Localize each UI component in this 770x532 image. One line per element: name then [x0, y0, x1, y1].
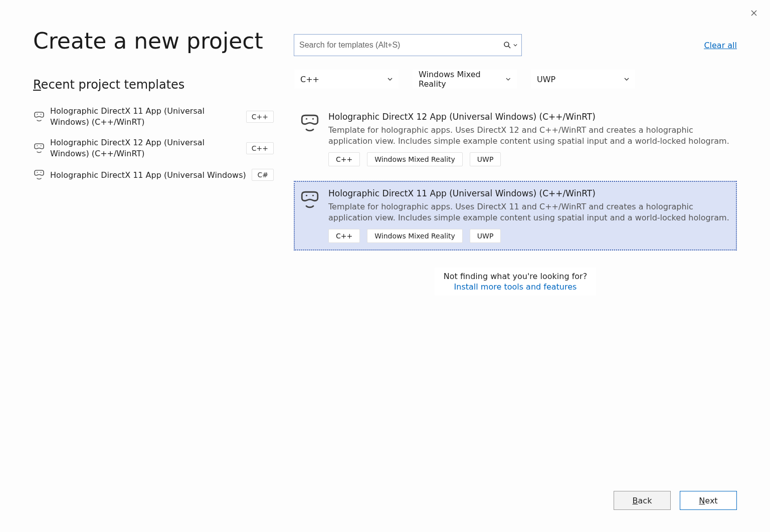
recent-item[interactable]: Holographic DirectX 12 App (Universal Wi… [33, 137, 274, 159]
recent-item-label: Holographic DirectX 11 App (Universal Wi… [50, 170, 247, 181]
recent-item[interactable]: Holographic DirectX 11 App (Universal Wi… [33, 106, 274, 127]
clear-all-link[interactable]: Clear all [704, 41, 737, 50]
close-icon [750, 10, 757, 17]
template-tag: C++ [328, 229, 360, 243]
template-tags: C++Windows Mixed RealityUWP [328, 152, 730, 166]
filter-platform[interactable]: Windows Mixed Reality [412, 69, 517, 89]
recent-list: Holographic DirectX 11 App (Universal Wi… [33, 106, 274, 181]
recent-item-label: Holographic DirectX 12 App (Universal Wi… [50, 137, 241, 159]
recent-item[interactable]: Holographic DirectX 11 App (Universal Wi… [33, 169, 274, 181]
recent-item-lang: C++ [246, 142, 274, 154]
close-button[interactable] [748, 7, 760, 19]
recent-item-lang: C++ [246, 111, 274, 123]
template-list: Holographic DirectX 12 App (Universal Wi… [294, 104, 737, 250]
template-description: Template for holographic apps. Uses Dire… [328, 125, 730, 146]
chevron-down-icon [506, 77, 511, 82]
chevron-down-icon [388, 77, 393, 82]
filter-platform-value: Windows Mixed Reality [419, 70, 506, 89]
template-title: Holographic DirectX 11 App (Universal Wi… [328, 188, 730, 198]
next-button[interactable]: Next [680, 491, 737, 510]
hmd-icon [299, 113, 320, 134]
back-button[interactable]: Back [614, 491, 671, 510]
template-tag: Windows Mixed Reality [367, 229, 463, 243]
page-title: Create a new project [33, 28, 274, 54]
filter-language-value: C++ [300, 75, 319, 84]
search-icon [503, 41, 511, 49]
chevron-down-icon [513, 43, 517, 47]
template-card[interactable]: Holographic DirectX 11 App (Universal Wi… [294, 181, 737, 250]
hmd-icon [33, 169, 45, 181]
template-tag: UWP [470, 152, 501, 166]
recent-item-label: Holographic DirectX 11 App (Universal Wi… [50, 106, 241, 127]
template-tags: C++Windows Mixed RealityUWP [328, 229, 730, 243]
filter-language[interactable]: C++ [294, 69, 399, 89]
search-input[interactable] [299, 41, 503, 50]
chevron-down-icon [624, 77, 629, 82]
template-tag: UWP [470, 229, 501, 243]
filter-project-type[interactable]: UWP [530, 69, 636, 89]
hmd-icon [33, 142, 45, 154]
template-description: Template for holographic apps. Uses Dire… [328, 201, 730, 223]
search-dropdown-button[interactable] [503, 41, 517, 49]
not-finding-text: Not finding what you're looking for? [444, 272, 587, 281]
template-tag: Windows Mixed Reality [367, 152, 463, 166]
hmd-icon [299, 189, 320, 210]
hmd-icon [33, 111, 45, 123]
filter-project-type-value: UWP [537, 75, 555, 84]
template-card[interactable]: Holographic DirectX 12 App (Universal Wi… [294, 104, 737, 174]
template-tag: C++ [328, 152, 360, 166]
search-box[interactable] [294, 34, 522, 56]
recent-heading: Recent project templates [33, 78, 274, 92]
recent-item-lang: C# [252, 169, 274, 181]
install-more-link[interactable]: Install more tools and features [444, 282, 587, 292]
not-finding-panel: Not finding what you're looking for? Ins… [435, 268, 596, 296]
template-title: Holographic DirectX 12 App (Universal Wi… [328, 112, 730, 122]
